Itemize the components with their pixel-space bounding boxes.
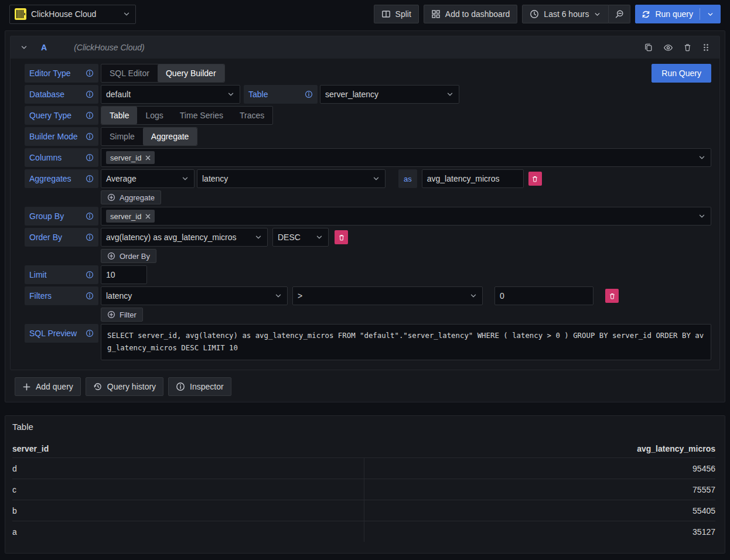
option-aggregate[interactable]: Aggregate [143,128,197,145]
columns-multiselect[interactable]: server_id [101,148,711,167]
order-by-expression-select[interactable]: avg(latency) as avg_latency_micros [101,228,268,247]
info-icon[interactable] [86,233,94,241]
table-select[interactable]: server_latency [320,85,459,104]
info-icon[interactable] [86,153,94,162]
remove-tag-icon[interactable] [145,155,151,161]
query-builder-body: Editor Type SQL Editor Query Builder Run… [11,59,719,370]
info-icon[interactable] [86,175,94,183]
option-time-series[interactable]: Time Series [172,107,231,124]
order-direction-value: DESC [278,233,301,242]
add-order-by-label: Order By [120,252,150,261]
clickhouse-logo-icon [15,8,26,20]
option-sql-editor[interactable]: SQL Editor [101,64,158,82]
query-ref-id: A [41,43,47,52]
database-value: default [106,90,131,99]
chevron-down-icon[interactable] [707,11,714,18]
aggregate-function-select[interactable]: Average [101,169,195,188]
add-filter-button[interactable]: Filter [101,308,143,322]
builder-mode-row: Builder Mode Simple Aggregate [25,127,717,146]
inspector-button[interactable]: Inspector [168,377,231,396]
plus-circle-icon [107,310,115,319]
sql-preview-code: SELECT server_id, avg(latency) as avg_la… [101,324,711,360]
add-filter-label: Filter [120,310,137,319]
aggregate-column-select[interactable]: latency [197,169,386,188]
filter-value-input[interactable]: 0 [494,286,593,305]
cell-avg-latency: 35127 [364,527,715,537]
delete-query-icon[interactable] [683,43,692,52]
option-simple[interactable]: Simple [101,128,143,145]
drag-handle-icon[interactable] [702,43,710,52]
query-history-button[interactable]: Query history [86,377,163,396]
order-direction-select[interactable]: DESC [272,228,329,247]
aggregates-row: Aggregates Average latency as avg_latenc… [25,169,717,188]
split-button[interactable]: Split [374,5,419,23]
info-icon[interactable] [86,132,94,141]
info-icon[interactable] [86,271,94,279]
option-traces[interactable]: Traces [231,107,272,124]
cell-server-id: b [12,500,364,521]
info-icon[interactable] [305,90,313,98]
filter-column-select[interactable]: latency [101,286,288,305]
time-range-label: Last 6 hours [544,9,589,19]
query-type-row: Query Type Table Logs Time Series Traces [25,106,717,125]
table-row: a 35127 [12,521,715,542]
info-icon[interactable] [86,90,94,98]
cell-server-id: c [12,479,364,500]
explore-page: ClickHouse Cloud Split Add to dashboard … [0,0,730,554]
field-label-database: Database [25,85,98,104]
field-label-query-type: Query Type [25,106,98,125]
plus-circle-icon [107,252,115,260]
query-editor-section: A (ClickHouse Cloud) Editor Type [5,30,725,402]
field-label-editor-type: Editor Type [25,64,98,83]
info-icon[interactable] [86,212,94,220]
run-query-panel-button[interactable]: Run Query [651,64,711,83]
chevron-down-icon [254,233,262,241]
table-header-row: server_id avg_latency_micros [12,440,715,457]
aggregate-alias-input[interactable]: avg_latency_micros [422,169,524,188]
chevron-down-icon [469,292,477,300]
cell-avg-latency: 95456 [364,464,715,473]
limit-input[interactable]: 10 [101,265,147,284]
filters-row: Filters latency > 0 [25,286,717,305]
database-select[interactable]: default [101,85,240,104]
button-divider [700,8,700,20]
table-panel: Table server_id avg_latency_micros d 954… [5,415,725,554]
plus-icon [22,383,31,391]
column-header-server-id[interactable]: server_id [12,440,364,457]
add-to-dashboard-button[interactable]: Add to dashboard [424,5,518,23]
group-by-multiselect[interactable]: server_id [101,207,711,226]
collapse-chevron-icon[interactable] [20,43,28,52]
label-text: Columns [29,153,62,162]
filter-operator-select[interactable]: > [292,286,483,305]
sql-preview-row: SQL Preview SELECT server_id, avg(latenc… [25,324,717,360]
eye-icon[interactable] [663,43,673,53]
time-range-button[interactable]: Last 6 hours [522,5,609,23]
add-order-by-button[interactable]: Order By [101,249,156,263]
label-text: SQL Preview [29,329,77,338]
info-icon[interactable] [86,69,94,77]
remove-tag-icon[interactable] [145,214,151,219]
remove-order-by-button[interactable] [335,230,348,244]
info-icon[interactable] [86,329,94,337]
add-aggregate-button[interactable]: Aggregate [101,190,161,204]
info-icon[interactable] [86,111,94,119]
info-icon[interactable] [86,292,94,300]
trash-icon [338,234,345,241]
query-card-header[interactable]: A (ClickHouse Cloud) [11,36,719,59]
field-label-table: Table [244,85,318,104]
remove-filter-button[interactable] [605,289,619,303]
column-header-avg-latency-micros[interactable]: avg_latency_micros [364,444,715,453]
query-header-actions [644,43,710,53]
explore-footer-actions: Add query Query history Inspector [10,370,720,397]
datasource-picker[interactable]: ClickHouse Cloud [9,5,136,24]
add-query-button[interactable]: Add query [15,377,81,396]
editor-type-toggle: SQL Editor Query Builder [101,64,225,83]
option-table[interactable]: Table [101,107,137,124]
remove-aggregate-button[interactable] [528,172,542,186]
duplicate-query-icon[interactable] [644,43,653,52]
run-query-button[interactable]: Run query [635,5,721,23]
add-query-label: Add query [36,382,73,391]
option-logs[interactable]: Logs [137,107,171,124]
zoom-out-button[interactable] [609,5,630,23]
option-query-builder[interactable]: Query Builder [158,64,224,82]
